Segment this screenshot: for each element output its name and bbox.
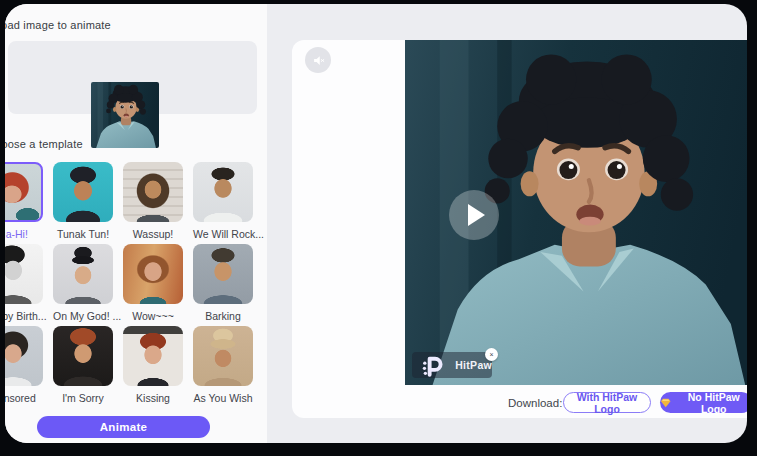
template-we-will-rock[interactable]: We Will Rock... <box>193 162 253 240</box>
left-sidebar: Upload image to animate Choose a templat… <box>5 4 267 443</box>
download-label: Download: <box>508 397 562 409</box>
template-label: On My God! ... <box>53 310 113 322</box>
template-image <box>123 244 183 304</box>
template-label: Censored <box>5 392 43 404</box>
gem-icon <box>660 398 671 408</box>
hitpaw-watermark: HitPaw <box>412 352 492 378</box>
template-image <box>193 162 253 222</box>
template-ha-hi[interactable]: Ha-Hi! <box>5 162 43 240</box>
play-button[interactable] <box>449 190 499 240</box>
template-label: Wassup! <box>123 228 183 240</box>
preview-card: HitPaw × Download: With HitPaw Logo No H… <box>292 40 747 418</box>
template-image <box>53 244 113 304</box>
template-image <box>5 244 43 304</box>
template-label: Barking <box>193 310 253 322</box>
template-image <box>53 326 113 386</box>
hitpaw-logo-icon <box>418 352 450 378</box>
upload-section-title: Upload image to animate <box>5 19 111 31</box>
template-label: Ha-Hi! <box>5 228 43 240</box>
template-as-you-wish[interactable]: As You Wish <box>193 326 253 404</box>
template-section-title: Choose a template <box>5 138 83 150</box>
template-image <box>193 244 253 304</box>
template-label: Happy Birth... <box>5 310 43 322</box>
template-wow[interactable]: Wow~~~ <box>123 244 183 322</box>
animate-button[interactable]: Animate <box>37 416 210 438</box>
template-label: We Will Rock... <box>193 228 253 240</box>
with-logo-button-label: With HitPaw Logo <box>564 391 650 415</box>
template-image <box>5 326 43 386</box>
template-happy-birthday[interactable]: Happy Birth... <box>5 244 43 322</box>
device-frame: Upload image to animate Choose a templat… <box>0 0 757 456</box>
muted-speaker-icon <box>311 53 326 68</box>
template-tunak-tun[interactable]: Tunak Tun! <box>53 162 113 240</box>
template-image <box>123 326 183 386</box>
template-grid: Ha-Hi! Tunak Tun! Wassup! We Will Rock..… <box>5 162 253 404</box>
template-label: I'm Sorry <box>53 392 113 404</box>
watermark-text: HitPaw <box>455 359 492 371</box>
template-image <box>5 162 43 222</box>
hitpaw-app-window: Upload image to animate Choose a templat… <box>5 4 747 443</box>
watermark-close-icon[interactable]: × <box>485 348 498 361</box>
template-image <box>123 162 183 222</box>
template-label: Kissing <box>123 392 183 404</box>
template-im-sorry[interactable]: I'm Sorry <box>53 326 113 404</box>
template-label: As You Wish <box>193 392 253 404</box>
download-no-logo-button[interactable]: No HitPaw Logo <box>660 392 747 413</box>
template-label: Wow~~~ <box>123 310 183 322</box>
uploaded-image-thumbnail[interactable] <box>91 82 159 148</box>
template-label: Tunak Tun! <box>53 228 113 240</box>
upload-image-area[interactable] <box>8 41 257 114</box>
template-kissing[interactable]: Kissing <box>123 326 183 404</box>
template-censored[interactable]: Censored <box>5 326 43 404</box>
no-logo-button-label: No HitPaw Logo <box>675 391 747 415</box>
template-image <box>193 326 253 386</box>
template-on-my-god[interactable]: On My God! ... <box>53 244 113 322</box>
template-barking[interactable]: Barking <box>193 244 253 322</box>
template-image <box>53 162 113 222</box>
download-with-logo-button[interactable]: With HitPaw Logo <box>563 392 651 413</box>
template-wassup[interactable]: Wassup! <box>123 162 183 240</box>
mute-button[interactable] <box>305 47 331 73</box>
